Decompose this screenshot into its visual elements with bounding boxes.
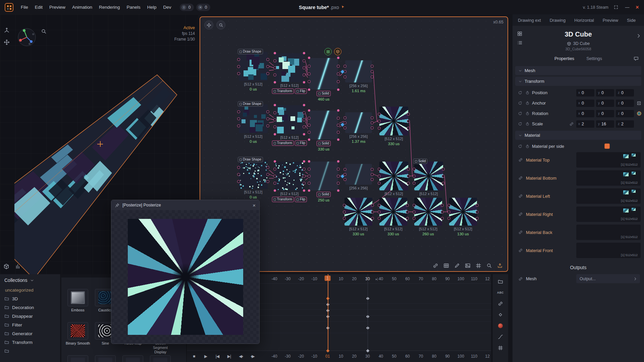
output-port[interactable] bbox=[407, 182, 410, 185]
rotation-y-field[interactable]: y0 bbox=[596, 110, 614, 117]
timeline-tick[interactable]: 60 bbox=[405, 354, 410, 359]
input-port[interactable] bbox=[378, 217, 381, 220]
dock-tab-drawing-ext[interactable]: Drawing ext bbox=[518, 18, 541, 23]
output-port[interactable] bbox=[337, 124, 340, 127]
graph-node-12[interactable]: [256 x 256] bbox=[345, 164, 372, 185]
timeline-tick[interactable]: 10 bbox=[339, 354, 343, 359]
input-port[interactable] bbox=[308, 65, 311, 68]
selection-handle[interactable] bbox=[337, 57, 339, 59]
output-port[interactable] bbox=[441, 210, 444, 214]
input-port[interactable] bbox=[273, 168, 276, 171]
output-port[interactable] bbox=[371, 204, 374, 207]
output-port[interactable] bbox=[371, 168, 374, 171]
collection-item-partial[interactable] bbox=[0, 347, 60, 355]
timeline-tick[interactable]: 110 bbox=[471, 277, 477, 281]
timeline-tick[interactable]: 70 bbox=[419, 354, 423, 359]
selection-handle[interactable] bbox=[274, 160, 276, 163]
preset-tile-blank-11[interactable] bbox=[147, 355, 174, 362]
section-mesh[interactable]: Mesh bbox=[515, 66, 641, 75]
snap-icon[interactable] bbox=[476, 263, 481, 268]
menu-edit[interactable]: Edit bbox=[32, 3, 46, 12]
input-port[interactable] bbox=[378, 182, 381, 185]
output-port[interactable] bbox=[442, 175, 445, 178]
keyframe-icon[interactable] bbox=[525, 101, 530, 105]
viewport-zoom-icon[interactable] bbox=[41, 28, 47, 34]
selection-handle[interactable] bbox=[308, 160, 310, 163]
input-port[interactable] bbox=[413, 204, 416, 207]
selection-handle[interactable] bbox=[337, 88, 339, 91]
input-port[interactable] bbox=[447, 204, 450, 207]
selection-handle[interactable] bbox=[274, 81, 276, 83]
input-port[interactable] bbox=[308, 182, 311, 185]
menu-panels[interactable]: Panels bbox=[123, 3, 144, 12]
diamond-icon[interactable] bbox=[498, 312, 503, 318]
selection-handle[interactable] bbox=[308, 138, 310, 141]
preview-toggle[interactable] bbox=[324, 48, 332, 55]
input-port[interactable] bbox=[237, 117, 240, 120]
graph-node-14[interactable]: Solid[512 x 512] bbox=[414, 162, 443, 190]
tab-settings[interactable]: Settings bbox=[586, 56, 602, 61]
selection-handle[interactable] bbox=[274, 189, 276, 192]
zoom-button[interactable] bbox=[216, 20, 225, 29]
move-tool-icon[interactable] bbox=[4, 39, 10, 45]
input-port[interactable] bbox=[378, 175, 381, 178]
output-port[interactable] bbox=[406, 217, 409, 220]
timeline-tick[interactable]: 30 bbox=[365, 354, 370, 359]
input-port[interactable] bbox=[273, 118, 276, 121]
text-abc-icon[interactable]: ABC bbox=[497, 290, 504, 296]
input-port[interactable] bbox=[413, 210, 416, 214]
curve-icon[interactable] bbox=[498, 334, 503, 340]
pen-icon[interactable] bbox=[454, 263, 460, 268]
output-port[interactable] bbox=[407, 175, 410, 178]
reset-icon[interactable] bbox=[517, 90, 523, 95]
output-port[interactable] bbox=[266, 72, 269, 75]
chevron-right-icon[interactable] bbox=[636, 33, 641, 39]
timeline-tick[interactable]: 60 bbox=[405, 277, 410, 281]
timeline-tick[interactable]: 40 bbox=[379, 277, 383, 281]
selection-handle[interactable] bbox=[337, 138, 339, 141]
collection-item-transform[interactable]: Transform bbox=[0, 338, 60, 347]
keyframe-icon[interactable] bbox=[525, 111, 530, 116]
close-icon[interactable]: × bbox=[253, 202, 256, 208]
input-port[interactable] bbox=[273, 125, 276, 128]
output-port[interactable] bbox=[303, 111, 306, 114]
section-material[interactable]: Material bbox=[515, 131, 641, 140]
timeline-tick[interactable]: 10 bbox=[339, 277, 343, 281]
output-port[interactable] bbox=[371, 65, 374, 68]
dock-tab-preview[interactable]: Preview bbox=[603, 18, 618, 23]
menu-help[interactable]: Help bbox=[144, 3, 160, 12]
selection-handle[interactable] bbox=[308, 109, 310, 112]
timeline-tick[interactable]: 12 bbox=[485, 354, 490, 359]
collections-header[interactable]: Collections bbox=[0, 274, 60, 286]
graph-node-13[interactable]: [512 x 512] bbox=[379, 162, 408, 190]
material-thumbnail[interactable]: [1] 512x512 bbox=[576, 188, 641, 204]
graph-node-8[interactable]: [512 x 512]330 us bbox=[379, 107, 408, 135]
timeline-tick[interactable]: -40 bbox=[271, 277, 277, 281]
playhead[interactable] bbox=[328, 274, 328, 351]
reset-icon[interactable] bbox=[517, 101, 523, 105]
input-port[interactable] bbox=[447, 210, 450, 214]
scale-x-field[interactable]: x2 bbox=[576, 120, 594, 128]
graph-node-9[interactable]: Draw Shape[512 x 512]0 us bbox=[239, 160, 268, 189]
fullscreen-button[interactable] bbox=[614, 5, 621, 9]
selection-handle[interactable] bbox=[274, 52, 276, 54]
input-port[interactable] bbox=[378, 127, 381, 130]
input-port[interactable] bbox=[413, 217, 416, 220]
output-port[interactable] bbox=[371, 75, 374, 78]
output-port[interactable] bbox=[266, 65, 269, 68]
scale-y-field[interactable]: y16 bbox=[596, 120, 614, 128]
film-icon[interactable] bbox=[443, 263, 449, 268]
timeline-tick[interactable]: -30 bbox=[285, 354, 290, 359]
input-port[interactable] bbox=[308, 80, 311, 83]
orientation-gizmo[interactable] bbox=[16, 26, 38, 49]
output-port[interactable] bbox=[371, 70, 374, 73]
output-port[interactable] bbox=[476, 204, 479, 207]
graph-node-16[interactable]: [512 x 512]330 us bbox=[379, 198, 407, 226]
timeline-tick[interactable]: 90 bbox=[445, 277, 449, 281]
tab-properties[interactable]: Properties bbox=[554, 56, 574, 61]
output-port[interactable] bbox=[371, 126, 374, 129]
selection-handle[interactable] bbox=[308, 57, 310, 59]
output-port[interactable] bbox=[371, 210, 374, 214]
input-port[interactable] bbox=[273, 73, 276, 76]
output-port[interactable] bbox=[407, 127, 410, 130]
